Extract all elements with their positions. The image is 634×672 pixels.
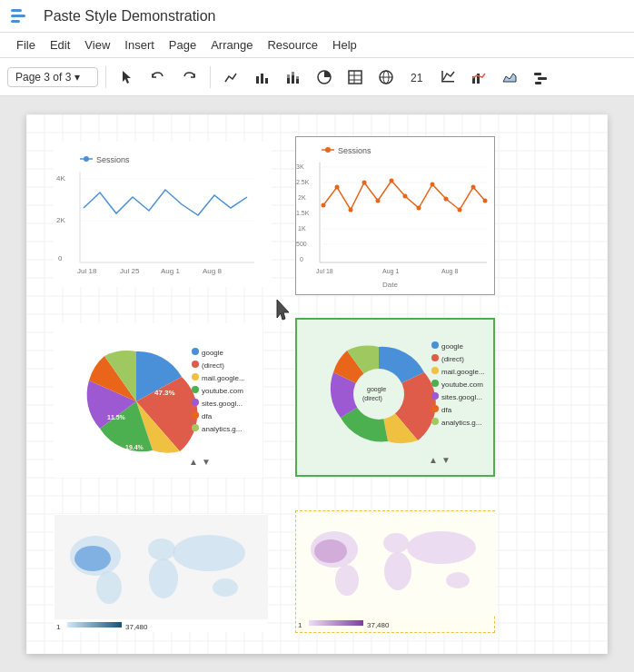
menu-file[interactable]: File [9, 35, 43, 55]
chevron-down-icon: ▾ [74, 71, 80, 84]
svg-point-133 [446, 572, 470, 588]
page-selector[interactable]: Page 3 of 3 ▾ [7, 67, 98, 87]
svg-point-103 [431, 367, 439, 374]
insert-stacked-chart-button[interactable] [280, 64, 307, 91]
svg-point-132 [314, 539, 347, 563]
svg-text:Sessions: Sessions [96, 155, 130, 164]
svg-point-109 [431, 405, 439, 412]
svg-point-107 [431, 392, 439, 400]
svg-point-130 [384, 552, 411, 590]
svg-text:analytics.g...: analytics.g... [441, 419, 481, 427]
toolbar: Page 3 of 3 ▾ [0, 58, 634, 96]
svg-text:Sessions: Sessions [338, 146, 371, 155]
svg-text:4K: 4K [56, 174, 65, 183]
menu-edit[interactable]: Edit [43, 35, 77, 55]
insert-pie-chart-button[interactable] [311, 64, 338, 91]
svg-rect-2 [11, 20, 20, 23]
redo-icon [181, 69, 197, 85]
toolbar-separator [105, 66, 106, 88]
svg-point-80 [192, 348, 199, 355]
svg-point-120 [173, 535, 245, 571]
mouse-cursor [273, 298, 295, 325]
svg-text:37,480: 37,480 [125, 623, 148, 631]
svg-rect-21 [441, 81, 454, 83]
svg-point-101 [431, 354, 439, 361]
insert-table-button[interactable] [342, 64, 369, 91]
svg-text:1.5K: 1.5K [296, 210, 310, 216]
menu-page[interactable]: Page [162, 35, 203, 55]
menu-arrange[interactable]: Arrange [203, 35, 260, 55]
svg-rect-4 [261, 74, 263, 84]
svg-text:dfa: dfa [202, 412, 213, 420]
svg-rect-10 [296, 79, 299, 84]
menu-help[interactable]: Help [325, 35, 364, 55]
svg-rect-26 [538, 77, 547, 80]
svg-point-69 [390, 179, 394, 183]
undo-button[interactable] [144, 64, 172, 91]
svg-text:19.4%: 19.4% [125, 444, 144, 450]
svg-point-111 [431, 418, 439, 425]
svg-text:37,480: 37,480 [367, 621, 390, 629]
svg-text:1: 1 [298, 621, 302, 629]
svg-point-118 [148, 539, 175, 560]
insert-map-button[interactable] [372, 64, 400, 91]
svg-text:2K: 2K [56, 216, 65, 224]
svg-point-128 [335, 565, 359, 596]
pie-chart-2[interactable]: google (direct) google (direct) mail.goo… [295, 318, 495, 477]
svg-text:21: 21 [411, 72, 423, 84]
menu-bar: File Edit View Insert Page Arrange Resou… [0, 33, 634, 58]
svg-text:sites.googl...: sites.googl... [202, 400, 243, 408]
svg-rect-27 [535, 82, 541, 84]
scatter-chart-icon [440, 69, 456, 85]
svg-point-117 [96, 571, 122, 604]
insert-area-button[interactable] [496, 64, 523, 91]
line-chart-1[interactable]: Sessions 4K 2K 0 Jul 18 Jul 25 Aug 1 Aug… [54, 142, 272, 287]
svg-point-73 [444, 197, 449, 202]
svg-text:analytics.g...: analytics.g... [202, 425, 242, 433]
insert-line-chart-button[interactable] [218, 64, 245, 91]
svg-rect-1 [11, 15, 25, 17]
svg-text:▼: ▼ [202, 457, 211, 467]
svg-text:0: 0 [58, 254, 63, 262]
svg-text:(direct): (direct) [441, 355, 464, 363]
svg-rect-3 [256, 76, 259, 84]
page-selector-text: Page 3 of 3 [15, 71, 71, 84]
svg-text:2K: 2K [298, 194, 306, 201]
svg-text:mail.google...: mail.google... [202, 374, 245, 382]
pointer-icon [119, 69, 135, 85]
pointer-tool-button[interactable] [114, 64, 141, 91]
menu-insert[interactable]: Insert [117, 35, 162, 55]
svg-rect-5 [265, 78, 268, 84]
redo-button[interactable] [175, 64, 203, 91]
insert-combo-button[interactable] [465, 64, 492, 91]
svg-text:dfa: dfa [441, 406, 452, 414]
svg-text:Jul 18: Jul 18 [316, 268, 333, 274]
combo-chart-icon [471, 69, 487, 85]
svg-text:Aug 8: Aug 8 [441, 268, 458, 275]
menu-resource[interactable]: Resource [260, 35, 325, 55]
insert-text-button[interactable]: 21 [403, 64, 431, 91]
svg-point-68 [376, 199, 381, 203]
svg-point-66 [349, 208, 353, 212]
pie-chart-1[interactable]: 47.3% 11.5% 19.4% google (direct) mail.g… [54, 323, 263, 478]
svg-text:Jul 18: Jul 18 [77, 267, 97, 275]
line-chart-2[interactable]: Sessions 3K 2.5K 2K 1.5K 1K 500 0 [295, 136, 495, 295]
svg-rect-25 [534, 73, 541, 75]
svg-text:1: 1 [56, 623, 61, 631]
svg-point-82 [192, 361, 199, 368]
line-chart-icon [223, 69, 240, 85]
insert-bar-chart-button[interactable] [249, 64, 276, 91]
svg-text:google: google [202, 349, 224, 357]
page: Sessions 4K 2K 0 Jul 18 Jul 25 Aug 1 Aug… [26, 114, 608, 654]
insert-scatter-button[interactable] [434, 64, 461, 91]
world-map-2[interactable]: 1 37,480 [295, 510, 495, 633]
world-map-1[interactable]: 1 37,480 [54, 514, 267, 632]
svg-point-70 [403, 194, 408, 199]
menu-view[interactable]: View [77, 35, 117, 55]
svg-text:▲: ▲ [429, 455, 438, 465]
svg-text:▼: ▼ [441, 455, 451, 465]
svg-point-129 [383, 533, 409, 553]
svg-point-67 [362, 181, 367, 185]
svg-text:▲: ▲ [189, 457, 198, 467]
insert-gantt-button[interactable] [527, 64, 554, 91]
